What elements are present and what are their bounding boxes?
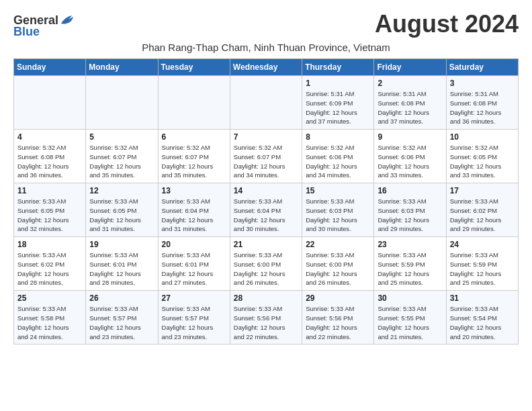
logo-bird-icon bbox=[60, 14, 75, 26]
day-number: 3 bbox=[450, 79, 515, 88]
calendar-day-18: 18Sunrise: 5:33 AMSunset: 6:02 PMDayligh… bbox=[14, 237, 86, 291]
weekday-header-monday: Monday bbox=[86, 59, 158, 76]
day-info: Sunrise: 5:33 AMSunset: 6:03 PMDaylight:… bbox=[306, 197, 370, 234]
weekday-header-row: SundayMondayTuesdayWednesdayThursdayFrid… bbox=[14, 59, 519, 76]
day-number: 28 bbox=[234, 293, 298, 303]
calendar-week-3: 11Sunrise: 5:33 AMSunset: 6:05 PMDayligh… bbox=[14, 183, 519, 237]
day-info: Sunrise: 5:33 AMSunset: 6:01 PMDaylight:… bbox=[162, 250, 226, 287]
day-number: 15 bbox=[306, 186, 370, 195]
day-info: Sunrise: 5:33 AMSunset: 5:59 PMDaylight:… bbox=[378, 250, 442, 287]
calendar-day-25: 25Sunrise: 5:33 AMSunset: 5:58 PMDayligh… bbox=[14, 291, 86, 345]
calendar-week-2: 4Sunrise: 5:32 AMSunset: 6:08 PMDaylight… bbox=[14, 130, 519, 183]
calendar-day-20: 20Sunrise: 5:33 AMSunset: 6:01 PMDayligh… bbox=[158, 237, 230, 291]
title-area: August 2024 bbox=[375, 11, 519, 38]
weekday-header-friday: Friday bbox=[374, 59, 446, 76]
day-number: 13 bbox=[162, 186, 226, 195]
day-number: 27 bbox=[162, 293, 226, 303]
calendar-day-2: 2Sunrise: 5:31 AMSunset: 6:08 PMDaylight… bbox=[374, 76, 446, 130]
day-info: Sunrise: 5:33 AMSunset: 5:55 PMDaylight:… bbox=[378, 304, 442, 341]
day-number: 25 bbox=[17, 293, 82, 303]
calendar-day-10: 10Sunrise: 5:32 AMSunset: 6:05 PMDayligh… bbox=[446, 130, 518, 183]
calendar-table: SundayMondayTuesdayWednesdayThursdayFrid… bbox=[13, 58, 519, 345]
calendar-day-9: 9Sunrise: 5:32 AMSunset: 6:06 PMDaylight… bbox=[374, 130, 446, 183]
day-number: 1 bbox=[306, 79, 370, 88]
month-title: August 2024 bbox=[375, 11, 519, 38]
day-number: 4 bbox=[17, 132, 82, 142]
day-number: 9 bbox=[378, 132, 442, 142]
day-info: Sunrise: 5:33 AMSunset: 5:56 PMDaylight:… bbox=[234, 304, 298, 341]
weekday-header-tuesday: Tuesday bbox=[158, 59, 230, 76]
calendar-day-30: 30Sunrise: 5:33 AMSunset: 5:55 PMDayligh… bbox=[374, 291, 446, 345]
day-number: 29 bbox=[306, 293, 370, 303]
day-info: Sunrise: 5:32 AMSunset: 6:07 PMDaylight:… bbox=[234, 143, 298, 180]
day-number: 8 bbox=[306, 132, 370, 142]
calendar-day-11: 11Sunrise: 5:33 AMSunset: 6:05 PMDayligh… bbox=[14, 183, 86, 237]
calendar-day-15: 15Sunrise: 5:33 AMSunset: 6:03 PMDayligh… bbox=[302, 183, 374, 237]
day-number: 12 bbox=[89, 186, 154, 195]
day-number: 2 bbox=[378, 79, 442, 88]
day-info: Sunrise: 5:33 AMSunset: 5:57 PMDaylight:… bbox=[162, 304, 226, 341]
calendar-day-21: 21Sunrise: 5:33 AMSunset: 6:00 PMDayligh… bbox=[230, 237, 302, 291]
calendar-day-22: 22Sunrise: 5:33 AMSunset: 6:00 PMDayligh… bbox=[302, 237, 374, 291]
empty-cell bbox=[86, 76, 158, 130]
day-info: Sunrise: 5:33 AMSunset: 6:02 PMDaylight:… bbox=[450, 197, 515, 234]
calendar-day-3: 3Sunrise: 5:31 AMSunset: 6:08 PMDaylight… bbox=[446, 76, 518, 130]
empty-cell bbox=[14, 76, 86, 130]
weekday-header-sunday: Sunday bbox=[14, 59, 86, 76]
day-info: Sunrise: 5:32 AMSunset: 6:06 PMDaylight:… bbox=[306, 143, 370, 180]
calendar-day-6: 6Sunrise: 5:32 AMSunset: 6:07 PMDaylight… bbox=[158, 130, 230, 183]
day-number: 20 bbox=[162, 240, 226, 249]
calendar-day-12: 12Sunrise: 5:33 AMSunset: 6:05 PMDayligh… bbox=[86, 183, 158, 237]
day-number: 5 bbox=[89, 132, 154, 142]
day-number: 24 bbox=[450, 240, 515, 249]
calendar-day-23: 23Sunrise: 5:33 AMSunset: 5:59 PMDayligh… bbox=[374, 237, 446, 291]
day-info: Sunrise: 5:33 AMSunset: 5:56 PMDaylight:… bbox=[306, 304, 370, 341]
day-info: Sunrise: 5:32 AMSunset: 6:07 PMDaylight:… bbox=[162, 143, 226, 180]
calendar-day-31: 31Sunrise: 5:33 AMSunset: 5:54 PMDayligh… bbox=[446, 291, 518, 345]
day-number: 6 bbox=[162, 132, 226, 142]
empty-cell bbox=[230, 76, 302, 130]
day-info: Sunrise: 5:33 AMSunset: 6:00 PMDaylight:… bbox=[234, 250, 298, 287]
calendar-day-17: 17Sunrise: 5:33 AMSunset: 6:02 PMDayligh… bbox=[446, 183, 518, 237]
day-number: 10 bbox=[450, 132, 515, 142]
day-info: Sunrise: 5:33 AMSunset: 6:01 PMDaylight:… bbox=[89, 250, 154, 287]
calendar-day-24: 24Sunrise: 5:33 AMSunset: 5:59 PMDayligh… bbox=[446, 237, 518, 291]
day-info: Sunrise: 5:31 AMSunset: 6:08 PMDaylight:… bbox=[378, 89, 442, 126]
day-number: 31 bbox=[450, 293, 515, 303]
empty-cell bbox=[158, 76, 230, 130]
day-info: Sunrise: 5:33 AMSunset: 6:05 PMDaylight:… bbox=[89, 197, 154, 234]
day-number: 17 bbox=[450, 186, 515, 195]
calendar-day-26: 26Sunrise: 5:33 AMSunset: 5:57 PMDayligh… bbox=[86, 291, 158, 345]
day-number: 7 bbox=[234, 132, 298, 142]
day-info: Sunrise: 5:33 AMSunset: 6:03 PMDaylight:… bbox=[378, 197, 442, 234]
day-info: Sunrise: 5:33 AMSunset: 6:04 PMDaylight:… bbox=[234, 197, 298, 234]
calendar-week-4: 18Sunrise: 5:33 AMSunset: 6:02 PMDayligh… bbox=[14, 237, 519, 291]
day-number: 19 bbox=[89, 240, 154, 249]
calendar-day-16: 16Sunrise: 5:33 AMSunset: 6:03 PMDayligh… bbox=[374, 183, 446, 237]
day-number: 14 bbox=[234, 186, 298, 195]
day-info: Sunrise: 5:31 AMSunset: 6:08 PMDaylight:… bbox=[450, 89, 515, 126]
day-number: 22 bbox=[306, 240, 370, 249]
calendar-week-5: 25Sunrise: 5:33 AMSunset: 5:58 PMDayligh… bbox=[14, 291, 519, 345]
day-info: Sunrise: 5:32 AMSunset: 6:06 PMDaylight:… bbox=[378, 143, 442, 180]
calendar-day-4: 4Sunrise: 5:32 AMSunset: 6:08 PMDaylight… bbox=[14, 130, 86, 183]
calendar-day-28: 28Sunrise: 5:33 AMSunset: 5:56 PMDayligh… bbox=[230, 291, 302, 345]
day-info: Sunrise: 5:33 AMSunset: 5:59 PMDaylight:… bbox=[450, 250, 515, 287]
day-info: Sunrise: 5:32 AMSunset: 6:08 PMDaylight:… bbox=[17, 143, 82, 180]
calendar-day-7: 7Sunrise: 5:32 AMSunset: 6:07 PMDaylight… bbox=[230, 130, 302, 183]
day-number: 23 bbox=[378, 240, 442, 249]
day-info: Sunrise: 5:33 AMSunset: 5:58 PMDaylight:… bbox=[17, 304, 82, 341]
calendar-day-29: 29Sunrise: 5:33 AMSunset: 5:56 PMDayligh… bbox=[302, 291, 374, 345]
day-number: 11 bbox=[17, 186, 82, 195]
calendar-week-1: 1Sunrise: 5:31 AMSunset: 6:09 PMDaylight… bbox=[14, 76, 519, 130]
calendar-day-5: 5Sunrise: 5:32 AMSunset: 6:07 PMDaylight… bbox=[86, 130, 158, 183]
day-info: Sunrise: 5:32 AMSunset: 6:05 PMDaylight:… bbox=[450, 143, 515, 180]
weekday-header-wednesday: Wednesday bbox=[230, 59, 302, 76]
day-info: Sunrise: 5:33 AMSunset: 5:57 PMDaylight:… bbox=[89, 304, 154, 341]
day-number: 21 bbox=[234, 240, 298, 249]
weekday-header-thursday: Thursday bbox=[302, 59, 374, 76]
calendar-day-19: 19Sunrise: 5:33 AMSunset: 6:01 PMDayligh… bbox=[86, 237, 158, 291]
day-info: Sunrise: 5:33 AMSunset: 6:00 PMDaylight:… bbox=[306, 250, 370, 287]
weekday-header-saturday: Saturday bbox=[446, 59, 518, 76]
calendar-day-1: 1Sunrise: 5:31 AMSunset: 6:09 PMDaylight… bbox=[302, 76, 374, 130]
